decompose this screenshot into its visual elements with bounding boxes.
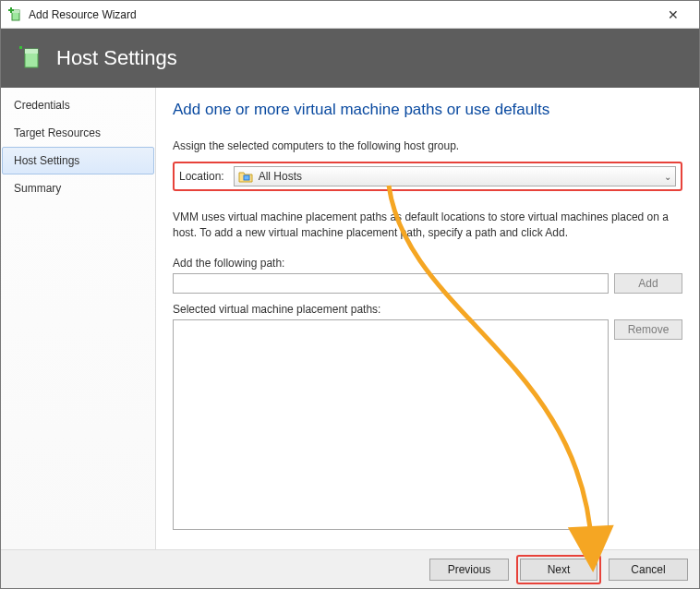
remove-button[interactable]: Remove: [614, 319, 682, 340]
app-icon: [8, 7, 23, 22]
cancel-button[interactable]: Cancel: [609, 559, 688, 581]
location-value: All Hosts: [259, 170, 302, 183]
step-target-resources[interactable]: Target Resources: [2, 119, 154, 147]
svg-rect-5: [19, 46, 22, 49]
location-label: Location:: [179, 170, 234, 183]
page-title: Host Settings: [56, 46, 177, 70]
add-button[interactable]: Add: [614, 273, 682, 294]
add-path-label: Add the following path:: [173, 257, 682, 270]
close-button[interactable]: ✕: [655, 7, 692, 22]
assign-text: Assign the selected computers to the fol…: [173, 139, 682, 152]
next-button[interactable]: Next: [520, 559, 597, 581]
selected-paths-row: Remove: [173, 319, 682, 530]
wizard-main: Add one or more virtual machine paths or…: [156, 88, 699, 549]
chevron-down-icon: ⌄: [664, 172, 671, 182]
add-path-row: Add: [173, 273, 682, 294]
step-credentials[interactable]: Credentials: [2, 91, 154, 119]
host-settings-icon: [18, 45, 43, 71]
description-text: VMM uses virtual machine placement paths…: [173, 210, 682, 242]
path-input[interactable]: [173, 273, 609, 294]
selected-paths-listbox[interactable]: [173, 319, 609, 530]
hosts-folder-icon: [238, 169, 253, 184]
wizard-body: Credentials Target Resources Host Settin…: [1, 88, 699, 549]
main-heading: Add one or more virtual machine paths or…: [173, 101, 682, 119]
selected-paths-label: Selected virtual machine placement paths…: [173, 303, 682, 316]
wizard-steps-sidebar: Credentials Target Resources Host Settin…: [1, 88, 156, 549]
step-host-settings[interactable]: Host Settings: [2, 147, 154, 174]
window-title: Add Resource Wizard: [29, 8, 655, 21]
wizard-footer: Previous Next Cancel: [1, 549, 699, 588]
location-combobox[interactable]: All Hosts ⌄: [234, 166, 676, 186]
svg-rect-4: [25, 49, 38, 54]
step-summary[interactable]: Summary: [2, 174, 154, 202]
titlebar: Add Resource Wizard ✕: [1, 1, 699, 29]
previous-button[interactable]: Previous: [429, 559, 509, 581]
selected-paths-side: Remove: [614, 319, 682, 530]
location-row-highlight: Location: All Hosts ⌄: [173, 162, 682, 191]
next-button-highlight: Next: [516, 555, 601, 584]
svg-rect-8: [244, 175, 249, 180]
wizard-header: Host Settings: [1, 29, 699, 88]
